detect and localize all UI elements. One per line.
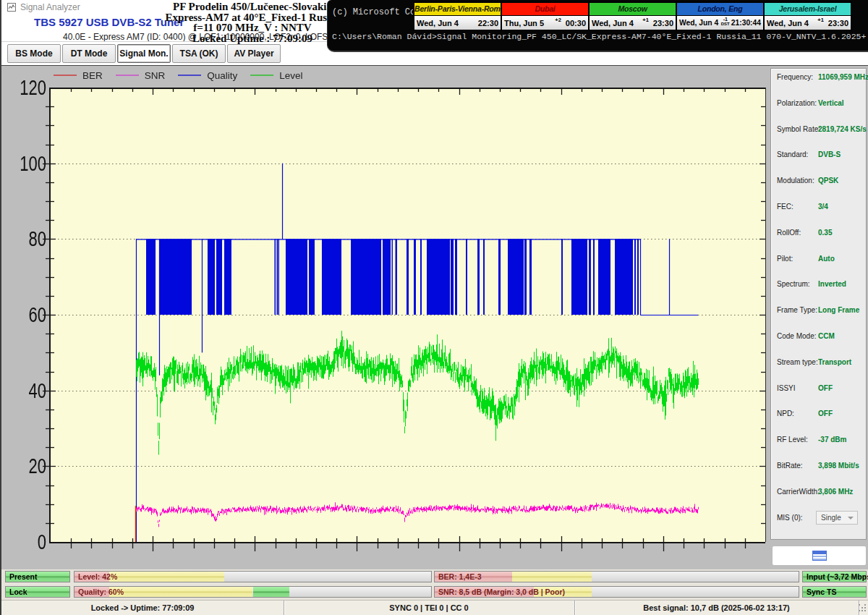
tuner-title: TBS 5927 USB DVB-S2 Tuner <box>34 16 184 28</box>
clock-date: Thu, Jun 5 <box>502 19 544 27</box>
signal-chart: BERSNRQualityLevel 020406080100120 <box>9 67 766 567</box>
y-axis-label: 40 <box>17 380 46 402</box>
param-label: CarrierWidth: <box>777 488 820 496</box>
meter-fill-yellow <box>109 587 253 597</box>
status-meters: PresentLockLevel: 42%Quality: 60%BER: 1,… <box>1 569 868 600</box>
param-row: Stream type:Transport <box>771 358 866 370</box>
meter-label: Lock <box>9 587 27 597</box>
clock-datetime: Wed, Jun 422:30 <box>414 16 501 30</box>
clock-city: Jerusalem-Israel <box>765 3 851 16</box>
ts-list-icon <box>812 551 827 561</box>
param-row: Polarization:Vertical <box>771 99 866 111</box>
clock-utc-offset: +1 <box>817 17 824 23</box>
legend-label: SNR <box>145 70 166 81</box>
resize-grip[interactable] <box>859 604 867 613</box>
param-row: ISSYIOFF <box>771 384 866 396</box>
param-row-mis: MIS (0):Single <box>771 514 866 525</box>
param-row: BitRate:3,898 Mbit/s <box>771 462 866 473</box>
y-axis-label: 120 <box>17 77 46 98</box>
legend-swatch-level <box>250 75 273 76</box>
status-section: Locked -> Uptime: 77:09:09 <box>1 601 284 615</box>
clock-datetime: Wed, Jun 4-1DST21:30:44 <box>677 16 763 30</box>
param-label: Frequency: <box>777 73 813 81</box>
param-label: Frame Type: <box>777 306 817 314</box>
legend-label: BER <box>82 70 103 81</box>
meter-label: SNR: 8,5 dB (Margin: 3,0 dB | Poor) <box>438 587 565 597</box>
param-label: Polarization: <box>777 99 817 107</box>
param-label: Stream type: <box>777 358 818 366</box>
meter-lock: Lock <box>5 586 70 598</box>
status-bar: Locked -> Uptime: 77:09:09SYNC 0 | TEI 0… <box>1 600 868 615</box>
param-value: Transport <box>818 358 851 366</box>
meter-label: Sync TS <box>807 587 836 597</box>
status-section: SYNC 0 | TEI 0 | CC 0 <box>284 601 575 615</box>
param-label: FEC: <box>777 203 793 211</box>
param-row: Modulation:QPSK <box>771 177 866 188</box>
legend-item-level: Level <box>250 70 302 81</box>
param-label: Standard: <box>777 150 808 158</box>
param-value: -37 dBm <box>818 436 846 444</box>
param-value: 2819,724 KS/s <box>818 125 867 133</box>
tab-signal-mon-[interactable]: Signal Mon. <box>117 44 171 63</box>
param-label: RollOff: <box>777 229 801 237</box>
clock-dubai: DubaiThu, Jun 5+200:30 <box>501 1 590 31</box>
param-row: Pilot:Auto <box>771 255 866 266</box>
legend-item-snr: SNR <box>116 70 166 81</box>
mode-tabs: BS ModeDT ModeSignal Mon.TSA (OK)AV Play… <box>1 44 328 64</box>
param-value: 3,806 MHz <box>818 488 853 496</box>
parameters-panel: Frequency:11069,959 MHzPolarization:Vert… <box>770 68 867 540</box>
mis-select[interactable]: Single <box>816 511 858 525</box>
meter-level: Level: 42% <box>74 571 432 582</box>
param-value: DVB-S <box>818 150 841 158</box>
tab-av-player[interactable]: AV Player <box>227 44 281 63</box>
param-label: Pilot: <box>777 255 793 263</box>
param-value: 3/4 <box>818 203 828 211</box>
clock-time: 23:30 <box>828 19 851 27</box>
content-area: BERSNRQualityLevel 020406080100120 Frequ… <box>1 65 868 569</box>
tab-tsa-ok-[interactable]: TSA (OK) <box>172 44 226 63</box>
param-value: 11069,959 MHz <box>818 73 868 81</box>
clock-london-eng: London, EngWed, Jun 4-1DST21:30:44 <box>676 1 765 31</box>
status-section: Best signal: 10,7 dB (2025-06-02 13:17) <box>574 601 859 615</box>
chart-canvas <box>9 67 766 567</box>
clock-city: Berlin-Paris-Vienna-Roma <box>414 3 501 16</box>
clock-jerusalem-israel: Jerusalem-IsraelWed, Jun 4+123:30 <box>763 1 852 31</box>
ts-info-button[interactable] <box>772 546 867 566</box>
console-prompt: C:\Users\Roman Dávid>Signal Monitoring_P… <box>332 32 866 41</box>
world-clocks: Berlin-Paris-Vienna-RomaWed, Jun 422:30D… <box>413 1 852 31</box>
param-label: BitRate: <box>777 462 803 470</box>
meter-label: Quality: 60% <box>78 587 124 597</box>
meter-input-3-72-mbps-: Input (~3,72 Mbps) <box>802 571 867 582</box>
tab-dt-mode[interactable]: DT Mode <box>62 44 116 63</box>
meter-quality: Quality: 60% <box>74 586 432 598</box>
window-title: Signal Analyzer <box>20 2 80 12</box>
annotation-line: Locked Uptime : 77:09:09 <box>165 33 339 44</box>
param-value: Inverted <box>818 280 846 288</box>
param-label: ISSYI <box>777 384 796 392</box>
param-label: Spectrum: <box>777 280 810 288</box>
legend-label: Quality <box>207 70 237 81</box>
clock-datetime: Thu, Jun 5+200:30 <box>502 16 588 30</box>
clock-moscow: MoscowWed, Jun 4+123:30 <box>588 1 677 31</box>
monitoring-annotation: PF Prodelin 450/Lučenec-Slovakia Express… <box>165 0 339 43</box>
param-label: Symbol Rate: <box>777 125 820 133</box>
param-label: Code Mode: <box>777 332 816 340</box>
param-row: NPD:OFF <box>771 410 866 421</box>
meter-label: Level: 42% <box>78 572 117 582</box>
clock-datetime: Wed, Jun 4+123:30 <box>590 16 676 30</box>
chart-legend: BERSNRQualityLevel <box>54 69 316 81</box>
param-row: CarrierWidth:3,806 MHz <box>771 488 866 499</box>
clock-city: Dubai <box>502 3 588 16</box>
param-value: Auto <box>818 255 835 263</box>
clock-time: 22:30 <box>478 19 501 27</box>
param-row: RollOff:0.35 <box>771 229 866 240</box>
param-value: 3,898 Mbit/s <box>818 462 859 470</box>
meter-ber: BER: 1,4E-3 <box>434 571 799 582</box>
param-label: NPD: <box>777 410 794 417</box>
clock-time: 00:30 <box>566 19 588 27</box>
y-axis-label: 20 <box>17 455 46 477</box>
param-value: Long Frame <box>818 306 859 314</box>
param-value: QPSK <box>818 177 838 184</box>
tab-bs-mode[interactable]: BS Mode <box>7 44 61 63</box>
clock-dst-offset: -1DST <box>721 17 730 26</box>
